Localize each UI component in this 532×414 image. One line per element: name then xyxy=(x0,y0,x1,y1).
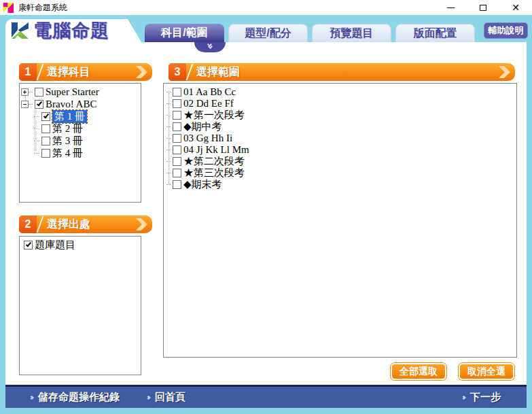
step2-title: 選擇出處 xyxy=(47,218,90,232)
list-item: ★第一次段考 xyxy=(166,109,514,121)
chevron-right-icon xyxy=(136,66,147,78)
banner-slash xyxy=(37,64,44,80)
tab-layout[interactable]: 版面配置 xyxy=(395,24,475,42)
tree-stub xyxy=(34,116,39,117)
tree-row: 第 1 冊 xyxy=(21,110,139,122)
maximize-button[interactable] xyxy=(467,0,499,15)
source-list: 題庫題目 xyxy=(19,236,141,375)
home-link[interactable]: 回首頁 xyxy=(147,391,185,404)
checkbox[interactable] xyxy=(35,88,43,97)
checkbox[interactable] xyxy=(173,99,181,108)
tree-row: 第 4 冊 xyxy=(21,147,139,159)
step2-banner: 2 選擇出處 xyxy=(19,215,152,233)
list-item: ★第二次段考 xyxy=(166,156,514,167)
range-item-label[interactable]: ◆期中考 xyxy=(183,120,222,133)
checkbox[interactable] xyxy=(173,169,181,177)
list-item: 02 Dd Ee Ff xyxy=(166,98,514,109)
tree-item-label[interactable]: 第 2 冊 xyxy=(52,122,83,135)
list-item: 01 Aa Bb Cc xyxy=(166,86,514,98)
footer-bar: 儲存命題操作紀錄 回首頁 下一步 xyxy=(5,385,527,408)
step1-banner: 1 選擇科目 xyxy=(19,63,152,81)
checkbox[interactable] xyxy=(41,149,50,158)
tree-item-label[interactable]: 第 4 冊 xyxy=(52,147,83,160)
collapse-icon[interactable] xyxy=(21,101,29,108)
next-step-link[interactable]: 下一步 xyxy=(462,391,501,404)
checkbox[interactable] xyxy=(35,100,43,109)
tree-stub xyxy=(166,103,171,104)
chevron-right-icon xyxy=(136,218,147,230)
app-icon xyxy=(3,3,14,13)
chevron-right-icon xyxy=(499,66,510,78)
tab-preview[interactable]: 預覽題目 xyxy=(312,24,391,42)
tree-row: 第 2 冊 xyxy=(21,122,139,135)
app-logo-title: 電腦命題 xyxy=(33,18,109,43)
tree-stub xyxy=(166,161,171,162)
chevron-down-icon xyxy=(208,44,213,49)
checkbox[interactable] xyxy=(173,180,181,189)
tree-item-label-selected[interactable]: 第 1 冊 xyxy=(52,110,87,123)
double-arrow-icon xyxy=(462,396,465,399)
banner-slash xyxy=(37,216,44,232)
source-item-label[interactable]: 題庫題目 xyxy=(35,239,75,252)
range-item-label[interactable]: ◆期末考 xyxy=(183,178,222,191)
tree-item-label[interactable]: Bravo! ABC xyxy=(46,99,96,110)
checkbox[interactable] xyxy=(173,157,181,166)
app-window: 康軒命題系統 ✕ 電腦命題 科目/範圍 題型/配分 預覽題目 版面配置 輔助說明… xyxy=(0,0,532,414)
list-item: 03 Gg Hh Ii xyxy=(166,133,514,144)
step1-title: 選擇科目 xyxy=(47,65,90,80)
deselect-all-button[interactable]: 取消全選 xyxy=(459,363,514,380)
tree-item-label[interactable]: Super Starter xyxy=(46,86,99,98)
checkbox[interactable] xyxy=(24,241,33,249)
checkbox[interactable] xyxy=(173,88,181,97)
tree-item-label[interactable]: 第 3 冊 xyxy=(52,135,83,148)
checkbox[interactable] xyxy=(173,134,181,143)
checkbox[interactable] xyxy=(41,124,50,133)
tab-subject-range[interactable]: 科目/範圍 xyxy=(145,24,224,42)
range-item-label[interactable]: 03 Gg Hh Ii xyxy=(183,133,232,144)
banner-slash xyxy=(186,64,194,80)
range-item-label[interactable]: 02 Dd Ee Ff xyxy=(183,98,234,109)
step1-number: 1 xyxy=(19,63,37,81)
step2-number: 2 xyxy=(19,215,37,233)
tree-stub xyxy=(29,92,33,92)
range-list: 01 Aa Bb Cc 02 Dd Ee Ff ★第一次段考 ◆期中考 03 G… xyxy=(163,83,517,358)
tree-stub xyxy=(166,150,171,150)
checkbox[interactable] xyxy=(41,137,50,145)
list-item: 題庫題目 xyxy=(22,239,139,251)
check-icon xyxy=(26,241,31,247)
range-actions: 全部選取 取消全選 xyxy=(163,363,517,380)
range-item-label[interactable]: 01 Aa Bb Cc xyxy=(183,86,236,98)
step3-number: 3 xyxy=(169,63,186,81)
tree-row: Bravo! ABC xyxy=(21,98,139,110)
help-button[interactable]: 輔助說明 xyxy=(484,22,528,39)
check-icon xyxy=(37,100,42,106)
tree-stub xyxy=(166,126,171,127)
expand-icon[interactable] xyxy=(21,88,29,96)
check-icon xyxy=(43,112,49,118)
tab-question-type[interactable]: 題型/配分 xyxy=(228,24,308,42)
checkbox[interactable] xyxy=(173,145,181,154)
tree-stub xyxy=(34,141,39,141)
tree-stub xyxy=(166,92,171,92)
range-item-label[interactable]: 04 Jj Kk Ll Mm xyxy=(183,144,249,156)
tree-stub xyxy=(34,153,39,154)
save-record-link[interactable]: 儲存命題操作紀錄 xyxy=(30,391,120,404)
list-item: ★第三次段考 xyxy=(166,167,514,179)
tree-row: Super Starter xyxy=(21,86,139,98)
checkbox[interactable] xyxy=(173,111,181,120)
minimize-icon xyxy=(447,7,455,8)
close-icon: ✕ xyxy=(512,3,520,12)
tree-stub xyxy=(166,173,171,173)
select-all-button[interactable]: 全部選取 xyxy=(391,363,446,380)
minimize-button[interactable] xyxy=(434,0,467,15)
checkbox[interactable] xyxy=(41,112,50,121)
double-arrow-icon xyxy=(30,396,33,399)
home-label: 回首頁 xyxy=(155,391,185,404)
step3-title: 選擇範圍 xyxy=(196,65,240,80)
tab-bar: 科目/範圍 題型/配分 預覽題目 版面配置 xyxy=(145,24,475,42)
checkbox[interactable] xyxy=(173,122,181,131)
close-button[interactable]: ✕ xyxy=(499,0,532,15)
step3-banner: 3 選擇範圍 xyxy=(169,63,515,81)
next-step-label: 下一步 xyxy=(470,391,501,404)
tree-row: 第 3 冊 xyxy=(21,135,139,147)
